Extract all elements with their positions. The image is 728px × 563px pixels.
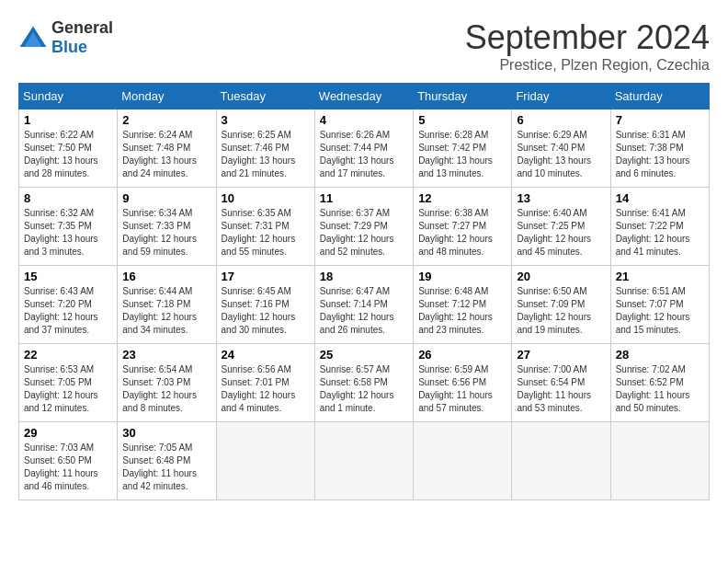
- header-row: Sunday Monday Tuesday Wednesday Thursday…: [19, 84, 710, 109]
- day-number: 27: [517, 348, 605, 362]
- calendar-cell: 23Sunrise: 6:54 AMSunset: 7:03 PMDayligh…: [118, 344, 216, 422]
- day-info: Sunrise: 6:32 AMSunset: 7:35 PMDaylight:…: [24, 207, 112, 259]
- calendar-cell: 1Sunrise: 6:22 AMSunset: 7:50 PMDaylight…: [19, 109, 118, 188]
- col-thursday: Thursday: [414, 84, 512, 109]
- calendar-cell: 9Sunrise: 6:34 AMSunset: 7:33 PMDaylight…: [118, 188, 216, 266]
- col-tuesday: Tuesday: [216, 84, 314, 109]
- calendar-cell: [414, 422, 512, 500]
- day-number: 8: [24, 191, 112, 205]
- calendar-cell: 18Sunrise: 6:47 AMSunset: 7:14 PMDayligh…: [314, 266, 413, 344]
- day-info: Sunrise: 6:48 AMSunset: 7:12 PMDaylight:…: [418, 285, 506, 337]
- calendar-cell: 15Sunrise: 6:43 AMSunset: 7:20 PMDayligh…: [19, 266, 118, 344]
- day-info: Sunrise: 6:29 AMSunset: 7:40 PMDaylight:…: [517, 129, 605, 180]
- col-friday: Friday: [512, 84, 610, 109]
- calendar-cell: 5Sunrise: 6:28 AMSunset: 7:42 PMDaylight…: [414, 109, 512, 188]
- logo: General Blue: [18, 18, 113, 57]
- calendar-cell: 8Sunrise: 6:32 AMSunset: 7:35 PMDaylight…: [19, 188, 118, 266]
- day-number: 17: [222, 270, 310, 283]
- day-number: 30: [122, 426, 210, 440]
- day-number: 10: [222, 191, 310, 205]
- calendar-cell: 11Sunrise: 6:37 AMSunset: 7:29 PMDayligh…: [314, 188, 413, 266]
- calendar-cell: [216, 422, 314, 500]
- day-info: Sunrise: 6:59 AMSunset: 6:56 PMDaylight:…: [418, 363, 506, 415]
- day-number: 16: [122, 270, 210, 283]
- day-info: Sunrise: 6:56 AMSunset: 7:01 PMDaylight:…: [222, 363, 310, 415]
- week-row-2: 8Sunrise: 6:32 AMSunset: 7:35 PMDaylight…: [19, 188, 710, 266]
- day-number: 21: [616, 270, 704, 283]
- day-info: Sunrise: 6:54 AMSunset: 7:03 PMDaylight:…: [122, 363, 210, 415]
- calendar-body: 1Sunrise: 6:22 AMSunset: 7:50 PMDaylight…: [19, 109, 710, 500]
- calendar-cell: [610, 422, 709, 500]
- day-info: Sunrise: 6:38 AMSunset: 7:27 PMDaylight:…: [418, 207, 506, 259]
- calendar-cell: 13Sunrise: 6:40 AMSunset: 7:25 PMDayligh…: [512, 188, 610, 266]
- day-info: Sunrise: 6:26 AMSunset: 7:44 PMDaylight:…: [320, 129, 408, 180]
- day-number: 1: [24, 113, 112, 127]
- day-info: Sunrise: 6:28 AMSunset: 7:42 PMDaylight:…: [418, 129, 506, 180]
- calendar-cell: 4Sunrise: 6:26 AMSunset: 7:44 PMDaylight…: [314, 109, 413, 188]
- calendar-cell: 30Sunrise: 7:05 AMSunset: 6:48 PMDayligh…: [118, 422, 216, 500]
- logo-icon: [18, 25, 48, 51]
- calendar-cell: 29Sunrise: 7:03 AMSunset: 6:50 PMDayligh…: [19, 422, 118, 500]
- day-info: Sunrise: 6:34 AMSunset: 7:33 PMDaylight:…: [122, 207, 210, 259]
- day-info: Sunrise: 6:37 AMSunset: 7:29 PMDaylight:…: [320, 207, 408, 259]
- month-title: September 2024: [465, 18, 710, 57]
- calendar-cell: [512, 422, 610, 500]
- day-number: 12: [418, 191, 506, 205]
- day-info: Sunrise: 6:41 AMSunset: 7:22 PMDaylight:…: [616, 207, 704, 259]
- day-number: 2: [122, 113, 210, 127]
- calendar-header: Sunday Monday Tuesday Wednesday Thursday…: [19, 84, 710, 109]
- page-header: General Blue September 2024 Prestice, Pl…: [18, 18, 710, 74]
- day-number: 24: [222, 348, 310, 362]
- logo-general: General: [51, 18, 113, 37]
- day-info: Sunrise: 6:45 AMSunset: 7:16 PMDaylight:…: [222, 285, 310, 337]
- day-number: 26: [418, 348, 506, 362]
- day-number: 6: [517, 113, 605, 127]
- day-info: Sunrise: 6:22 AMSunset: 7:50 PMDaylight:…: [24, 129, 112, 180]
- day-number: 22: [24, 348, 112, 362]
- day-info: Sunrise: 6:24 AMSunset: 7:48 PMDaylight:…: [122, 129, 210, 180]
- calendar-cell: 24Sunrise: 6:56 AMSunset: 7:01 PMDayligh…: [216, 344, 314, 422]
- calendar-cell: 16Sunrise: 6:44 AMSunset: 7:18 PMDayligh…: [118, 266, 216, 344]
- logo-blue: Blue: [51, 38, 87, 56]
- day-number: 7: [616, 113, 704, 127]
- calendar-cell: 28Sunrise: 7:02 AMSunset: 6:52 PMDayligh…: [610, 344, 709, 422]
- col-monday: Monday: [118, 84, 216, 109]
- calendar-cell: 7Sunrise: 6:31 AMSunset: 7:38 PMDaylight…: [610, 109, 709, 188]
- day-info: Sunrise: 6:35 AMSunset: 7:31 PMDaylight:…: [222, 207, 310, 259]
- day-number: 19: [418, 270, 506, 283]
- day-number: 20: [517, 270, 605, 283]
- calendar-cell: 2Sunrise: 6:24 AMSunset: 7:48 PMDaylight…: [118, 109, 216, 188]
- week-row-1: 1Sunrise: 6:22 AMSunset: 7:50 PMDaylight…: [19, 109, 710, 188]
- location-subtitle: Prestice, Plzen Region, Czechia: [465, 57, 710, 74]
- calendar-cell: 22Sunrise: 6:53 AMSunset: 7:05 PMDayligh…: [19, 344, 118, 422]
- day-number: 13: [517, 191, 605, 205]
- calendar-cell: 25Sunrise: 6:57 AMSunset: 6:58 PMDayligh…: [314, 344, 413, 422]
- col-sunday: Sunday: [19, 84, 118, 109]
- day-number: 18: [320, 270, 408, 283]
- calendar-cell: [314, 422, 413, 500]
- day-info: Sunrise: 7:05 AMSunset: 6:48 PMDaylight:…: [122, 442, 210, 493]
- calendar-cell: 26Sunrise: 6:59 AMSunset: 6:56 PMDayligh…: [414, 344, 512, 422]
- day-number: 4: [320, 113, 408, 127]
- day-number: 3: [222, 113, 310, 127]
- day-info: Sunrise: 6:43 AMSunset: 7:20 PMDaylight:…: [24, 285, 112, 337]
- day-number: 25: [320, 348, 408, 362]
- day-info: Sunrise: 6:40 AMSunset: 7:25 PMDaylight:…: [517, 207, 605, 259]
- calendar-cell: 6Sunrise: 6:29 AMSunset: 7:40 PMDaylight…: [512, 109, 610, 188]
- day-number: 23: [122, 348, 210, 362]
- calendar-table: Sunday Monday Tuesday Wednesday Thursday…: [18, 83, 710, 500]
- day-info: Sunrise: 6:51 AMSunset: 7:07 PMDaylight:…: [616, 285, 704, 337]
- col-saturday: Saturday: [610, 84, 709, 109]
- calendar-cell: 21Sunrise: 6:51 AMSunset: 7:07 PMDayligh…: [610, 266, 709, 344]
- calendar-cell: 14Sunrise: 6:41 AMSunset: 7:22 PMDayligh…: [610, 188, 709, 266]
- title-block: September 2024 Prestice, Plzen Region, C…: [465, 18, 710, 74]
- day-info: Sunrise: 7:02 AMSunset: 6:52 PMDaylight:…: [616, 363, 704, 415]
- day-number: 29: [24, 426, 112, 440]
- calendar-cell: 27Sunrise: 7:00 AMSunset: 6:54 PMDayligh…: [512, 344, 610, 422]
- day-number: 14: [616, 191, 704, 205]
- day-number: 9: [122, 191, 210, 205]
- day-info: Sunrise: 6:31 AMSunset: 7:38 PMDaylight:…: [616, 129, 704, 180]
- calendar-cell: 12Sunrise: 6:38 AMSunset: 7:27 PMDayligh…: [414, 188, 512, 266]
- day-info: Sunrise: 6:50 AMSunset: 7:09 PMDaylight:…: [517, 285, 605, 337]
- week-row-5: 29Sunrise: 7:03 AMSunset: 6:50 PMDayligh…: [19, 422, 710, 500]
